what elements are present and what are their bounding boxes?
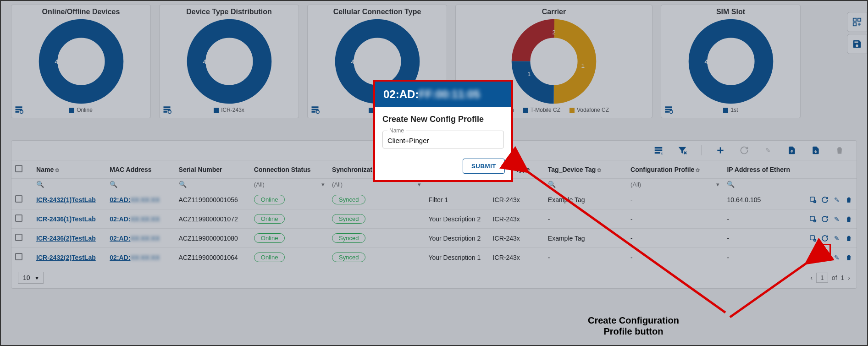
donut-chart: 4 bbox=[186, 18, 273, 105]
card-title: Carrier bbox=[542, 8, 566, 16]
ip-cell: - bbox=[723, 248, 796, 267]
refresh-icon[interactable] bbox=[739, 145, 749, 155]
svg-text:+: + bbox=[814, 200, 815, 203]
edit-row-icon[interactable]: ✎ bbox=[833, 253, 841, 262]
edit-icon[interactable]: ✎ bbox=[763, 145, 773, 155]
svg-text:1: 1 bbox=[581, 62, 585, 69]
svg-rect-15 bbox=[853, 18, 856, 21]
legend-item: ICR-243x bbox=[214, 107, 244, 113]
search-icon[interactable]: 🔍 bbox=[727, 181, 735, 188]
svg-text:+: + bbox=[814, 220, 815, 222]
save-icon[interactable] bbox=[847, 34, 867, 54]
mac-link[interactable]: 02:AD: bbox=[110, 235, 130, 242]
row-checkbox[interactable] bbox=[15, 195, 22, 203]
row-checkbox[interactable] bbox=[15, 234, 22, 241]
col-name[interactable]: Name bbox=[33, 160, 106, 179]
create-config-profile-icon[interactable]: + bbox=[809, 253, 817, 262]
stat-card: SIM Slot 4 1st bbox=[661, 5, 801, 118]
delete-row-icon[interactable] bbox=[845, 196, 853, 204]
columns-icon[interactable]: c bbox=[653, 145, 663, 155]
serial-cell: ACZ1199000001056 bbox=[175, 190, 250, 209]
card-expand-icon[interactable] bbox=[162, 105, 172, 115]
col-mac[interactable]: MAC Address bbox=[106, 160, 175, 179]
refresh-row-icon[interactable] bbox=[821, 234, 829, 242]
sync-status-badge: Synced bbox=[332, 233, 365, 243]
search-icon[interactable]: 🔍 bbox=[36, 181, 44, 188]
ip-cell: - bbox=[723, 229, 796, 248]
col-ip[interactable]: IP Address of Ethern bbox=[723, 160, 796, 179]
delete-row-icon[interactable] bbox=[845, 215, 853, 223]
filter-conn[interactable]: (All)▾ bbox=[254, 181, 325, 188]
search-icon[interactable]: 🔍 bbox=[110, 181, 117, 188]
search-icon[interactable]: 🔍 bbox=[548, 181, 556, 188]
tag-cell: Example Tag bbox=[544, 229, 627, 248]
row-checkbox[interactable] bbox=[15, 253, 22, 260]
create-config-profile-icon[interactable]: + bbox=[809, 215, 817, 223]
tag-cell: Example Tag bbox=[544, 190, 627, 209]
layout-icon[interactable] bbox=[847, 12, 867, 32]
add-icon[interactable] bbox=[715, 145, 725, 155]
svg-rect-16 bbox=[858, 18, 861, 21]
svg-rect-17 bbox=[853, 23, 856, 26]
create-config-profile-icon[interactable]: + bbox=[809, 196, 817, 204]
create-config-profile-icon[interactable]: + bbox=[809, 234, 817, 242]
edit-row-icon[interactable]: ✎ bbox=[833, 234, 841, 242]
filter-conf[interactable]: (All)▾ bbox=[630, 181, 719, 188]
svg-point-14 bbox=[670, 110, 673, 114]
col-conf[interactable]: Configuration Profile bbox=[627, 160, 723, 179]
name-field-label: Name bbox=[387, 127, 406, 134]
select-all-checkbox[interactable] bbox=[15, 165, 22, 172]
pager-page[interactable]: 1 bbox=[816, 273, 828, 283]
donut-count: 4 bbox=[705, 58, 708, 66]
ip-cell: 10.64.0.105 bbox=[723, 190, 796, 209]
name-field[interactable] bbox=[387, 137, 499, 144]
refresh-row-icon[interactable] bbox=[821, 196, 829, 204]
page-size-select[interactable]: 10 ▾ bbox=[18, 272, 44, 284]
sync-status-badge: Synced bbox=[332, 214, 365, 224]
card-expand-icon[interactable] bbox=[310, 105, 321, 115]
tag-cell: - bbox=[544, 248, 627, 267]
conf-cell: - bbox=[627, 248, 723, 267]
mac-link[interactable]: 02:AD: bbox=[110, 254, 130, 261]
card-expand-icon[interactable] bbox=[14, 105, 24, 115]
col-conn[interactable]: Connection Status bbox=[250, 160, 328, 179]
device-name-link[interactable]: ICR-2436(2)TestLab bbox=[36, 235, 96, 242]
refresh-row-icon[interactable] bbox=[821, 215, 829, 223]
delete-row-icon[interactable] bbox=[845, 253, 853, 262]
col-tag[interactable]: Tag_Device Tag bbox=[544, 160, 627, 179]
ip-cell: - bbox=[723, 209, 796, 229]
serial-cell: ACZ1199000001064 bbox=[175, 248, 250, 267]
device-name-link[interactable]: ICR-2432(2)TestLab bbox=[36, 254, 96, 261]
upload-file-icon[interactable] bbox=[787, 145, 797, 155]
type-cell: ICR-243x bbox=[489, 248, 544, 267]
download-file-icon[interactable] bbox=[811, 145, 821, 155]
delete-row-icon[interactable] bbox=[845, 234, 853, 242]
edit-row-icon[interactable]: ✎ bbox=[833, 215, 841, 223]
submit-button[interactable]: SUBMIT bbox=[463, 159, 505, 174]
svg-point-3 bbox=[168, 110, 171, 114]
device-name-link[interactable]: ICR-2436(1)TestLab bbox=[36, 215, 96, 223]
desc-cell: Your Description 2 bbox=[425, 209, 489, 229]
edit-row-icon[interactable]: ✎ bbox=[833, 196, 841, 204]
delete-icon[interactable] bbox=[835, 145, 845, 155]
filter-clear-icon[interactable] bbox=[677, 145, 687, 155]
mac-link[interactable]: 02:AD: bbox=[110, 215, 130, 223]
type-cell: ICR-243x bbox=[489, 190, 544, 209]
legend-item: T-Mobile CZ bbox=[523, 107, 560, 113]
svg-text:1: 1 bbox=[527, 71, 531, 77]
mac-link[interactable]: 02:AD: bbox=[110, 196, 130, 203]
device-name-link[interactable]: ICR-2432(1)TestLab bbox=[36, 196, 96, 203]
serial-cell: ACZ1199000001072 bbox=[175, 209, 250, 229]
conn-status-badge: Online bbox=[254, 214, 285, 224]
pager: 10 ▾ ‹ 1 of 1 › bbox=[11, 267, 857, 288]
row-checkbox[interactable] bbox=[15, 214, 22, 222]
table-row: ICR-2432(1)TestLab 02:AD:XX:XX:XX ACZ119… bbox=[11, 190, 857, 209]
card-expand-icon[interactable] bbox=[664, 105, 674, 115]
card-title: SIM Slot bbox=[716, 8, 745, 16]
search-icon[interactable]: 🔍 bbox=[179, 181, 187, 188]
conn-status-badge: Online bbox=[254, 253, 285, 262]
pager-prev[interactable]: ‹ bbox=[810, 274, 813, 281]
col-sn[interactable]: Serial Number bbox=[175, 160, 250, 179]
card-title: Online/Offline Devices bbox=[42, 8, 120, 16]
pager-next[interactable]: › bbox=[848, 274, 850, 281]
